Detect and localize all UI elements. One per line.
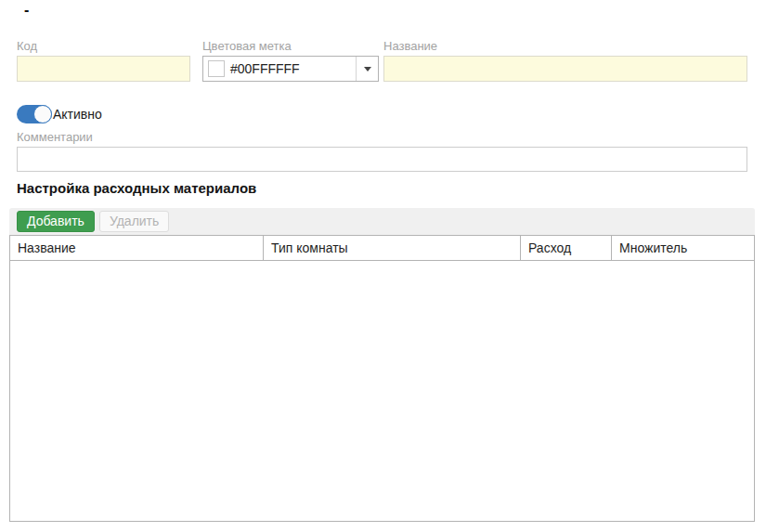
chevron-down-icon (364, 67, 371, 71)
color-tag-label: Цветовая метка (202, 39, 379, 53)
color-tag-value: #00FFFFFF (225, 61, 356, 76)
collapse-dash: - (24, 2, 29, 19)
active-toggle[interactable] (17, 105, 52, 123)
name-label: Название (383, 39, 747, 53)
color-swatch (208, 60, 225, 77)
active-toggle-row: Активно (17, 104, 102, 124)
materials-toolbar: Добавить Удалить (9, 208, 755, 235)
materials-table: Название Тип комнаты Расход Множитель (9, 235, 755, 522)
section-title: Настройка расходных материалов (17, 180, 256, 196)
delete-button[interactable]: Удалить (99, 211, 169, 232)
comments-label: Комментарии (17, 130, 747, 144)
name-field-group: Название (383, 39, 747, 82)
column-header-room-type: Тип комнаты (263, 236, 520, 260)
active-toggle-label: Активно (53, 107, 102, 122)
add-button[interactable]: Добавить (17, 211, 95, 232)
code-input[interactable] (17, 56, 190, 82)
table-header-row: Название Тип комнаты Расход Множитель (10, 236, 754, 261)
table-body-empty (10, 261, 754, 521)
column-header-consumption: Расход (520, 236, 611, 260)
comments-field-group: Комментарии (17, 130, 747, 172)
column-header-multiplier: Множитель (611, 236, 754, 260)
dropdown-arrow-button[interactable] (356, 57, 378, 81)
column-header-name: Название (10, 236, 263, 260)
color-tag-dropdown[interactable]: #00FFFFFF (202, 56, 379, 82)
code-label: Код (17, 39, 190, 53)
toggle-knob (33, 105, 52, 123)
name-input[interactable] (383, 56, 747, 82)
code-field-group: Код (17, 39, 190, 82)
page: - Код Цветовая метка #00FFFFFF Название … (0, 0, 766, 532)
comments-input[interactable] (17, 147, 747, 172)
color-tag-field-group: Цветовая метка #00FFFFFF (202, 39, 379, 82)
